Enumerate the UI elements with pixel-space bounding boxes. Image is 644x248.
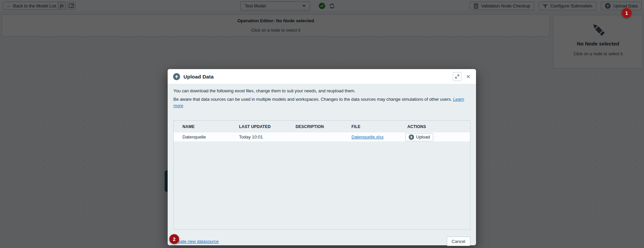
column-header-actions: ACTIONS — [407, 124, 470, 129]
column-header-description: DESCRIPTION — [296, 124, 351, 129]
cancel-button[interactable]: Cancel — [447, 237, 470, 246]
intro-line-1: You can download the following excel fil… — [173, 88, 470, 94]
column-header-file: FILE — [351, 124, 407, 129]
table-header-row: NAME LAST UPDATED DESCRIPTION FILE ACTIO… — [174, 121, 470, 132]
datasource-table: NAME LAST UPDATED DESCRIPTION FILE ACTIO… — [173, 120, 470, 230]
row-upload-label: Upload — [416, 134, 430, 140]
expand-icon — [455, 74, 460, 79]
tour-step-badge-1[interactable]: 1 — [622, 8, 632, 18]
upload-data-dialog: Upload Data × You can download the follo… — [168, 69, 476, 245]
dialog-footer: Create new datasource Cancel — [173, 237, 470, 246]
dialog-body: You can download the following excel fil… — [168, 84, 476, 248]
upload-icon — [173, 73, 180, 80]
dialog-title: Upload Data — [183, 74, 214, 80]
tour-step-badge-2[interactable]: 2 — [169, 234, 179, 244]
table-row: Datenquelle Today 10:01 Datenquelle.xlsx… — [174, 132, 470, 142]
file-download-link[interactable]: Datenquelle.xlsx — [351, 134, 383, 140]
column-header-name: NAME — [182, 124, 239, 129]
dialog-header: Upload Data × — [168, 69, 476, 84]
intro-line-2: Be aware that data sources can be used i… — [173, 96, 470, 109]
cell-last-updated: Today 10:01 — [239, 134, 296, 140]
row-upload-button[interactable]: Upload — [405, 133, 433, 141]
expand-dialog-button[interactable] — [453, 72, 462, 81]
create-new-datasource-link[interactable]: Create new datasource — [173, 239, 218, 244]
cell-name: Datenquelle — [182, 134, 239, 140]
close-icon[interactable]: × — [465, 73, 472, 80]
upload-icon — [409, 134, 414, 140]
column-header-last-updated: LAST UPDATED — [239, 124, 296, 129]
